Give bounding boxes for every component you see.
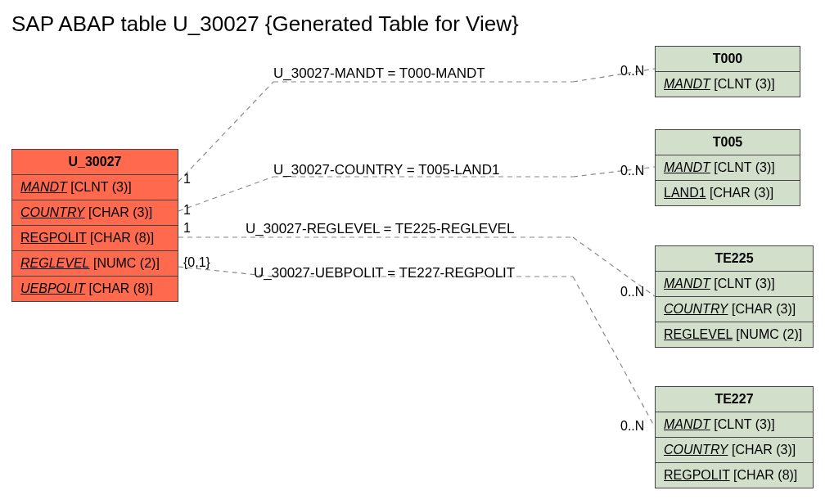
page-title: SAP ABAP table U_30027 {Generated Table … <box>11 11 519 37</box>
entity-u30027-header: U_30027 <box>12 150 178 175</box>
field-name: COUNTRY <box>20 205 85 219</box>
relation-label-3: U_30027-UEBPOLIT = TE227-REGPOLIT <box>254 265 515 281</box>
relation-label-0: U_30027-MANDT = T000-MANDT <box>273 65 485 82</box>
card-left-0: 1 <box>183 172 191 187</box>
entity-te227-field-regpolit: REGPOLIT [CHAR (8)] <box>656 463 813 488</box>
field-type: [NUMC (2)] <box>93 256 160 270</box>
card-right-1: 0..N <box>620 164 644 178</box>
entity-te225-field-mandt: MANDT [CLNT (3)] <box>656 272 813 297</box>
field-name: MANDT <box>664 77 710 91</box>
field-type: [CHAR (3)] <box>732 302 796 316</box>
entity-t005-field-land1: LAND1 [CHAR (3)] <box>656 181 800 205</box>
card-right-0: 0..N <box>620 64 644 79</box>
entity-u30027-field-uebpolit: UEBPOLIT [CHAR (8)] <box>12 277 178 301</box>
field-type: [CHAR (8)] <box>89 281 153 295</box>
field-name: REGLEVEL <box>20 256 89 270</box>
entity-t005-header: T005 <box>656 130 800 155</box>
card-left-2: 1 <box>183 221 191 236</box>
field-type: [CLNT (3)] <box>714 417 774 431</box>
field-type: [CHAR (3)] <box>88 205 152 219</box>
field-name: MANDT <box>664 160 710 174</box>
entity-te227-field-country: COUNTRY [CHAR (3)] <box>656 438 813 463</box>
entity-t000-field-mandt: MANDT [CLNT (3)] <box>656 72 800 97</box>
field-name: LAND1 <box>664 186 706 200</box>
field-name: MANDT <box>664 417 710 431</box>
field-type: [NUMC (2)] <box>736 327 802 341</box>
entity-u30027-field-regpolit: REGPOLIT [CHAR (8)] <box>12 226 178 251</box>
entity-t000-header: T000 <box>656 47 800 72</box>
field-name: REGPOLIT <box>664 468 730 482</box>
relation-label-2: U_30027-REGLEVEL = TE225-REGLEVEL <box>246 221 514 237</box>
svg-line-3 <box>178 177 273 211</box>
entity-t000: T000 MANDT [CLNT (3)] <box>655 46 800 97</box>
field-name: COUNTRY <box>664 443 728 457</box>
entity-u30027: U_30027 MANDT [CLNT (3)] COUNTRY [CHAR (… <box>11 149 178 302</box>
field-name: REGLEVEL <box>664 327 733 341</box>
entity-t005-field-mandt: MANDT [CLNT (3)] <box>656 155 800 181</box>
entity-te225-field-reglevel: REGLEVEL [NUMC (2)] <box>656 322 813 347</box>
card-left-1: 1 <box>183 203 191 218</box>
card-left-3: {0,1} <box>183 255 210 270</box>
field-name: UEBPOLIT <box>20 281 85 295</box>
field-type: [CLNT (3)] <box>714 77 774 91</box>
field-type: [CLNT (3)] <box>714 277 774 290</box>
entity-u30027-field-country: COUNTRY [CHAR (3)] <box>12 200 178 226</box>
field-name: COUNTRY <box>664 302 728 316</box>
field-type: [CLNT (3)] <box>70 180 131 194</box>
entity-te227-header: TE227 <box>656 387 813 412</box>
card-right-2: 0..N <box>620 285 644 299</box>
field-name: MANDT <box>20 180 67 194</box>
field-name: REGPOLIT <box>20 231 87 245</box>
relation-label-1: U_30027-COUNTRY = T005-LAND1 <box>273 162 499 178</box>
field-type: [CHAR (3)] <box>710 186 773 200</box>
entity-u30027-field-mandt: MANDT [CLNT (3)] <box>12 175 178 200</box>
entity-t005: T005 MANDT [CLNT (3)] LAND1 [CHAR (3)] <box>655 129 800 206</box>
entity-u30027-field-reglevel: REGLEVEL [NUMC (2)] <box>12 251 178 277</box>
card-right-3: 0..N <box>620 419 644 434</box>
field-name: MANDT <box>664 277 710 290</box>
field-type: [CHAR (8)] <box>733 468 797 482</box>
entity-te227-field-mandt: MANDT [CLNT (3)] <box>656 412 813 438</box>
entity-te225: TE225 MANDT [CLNT (3)] COUNTRY [CHAR (3)… <box>655 245 814 348</box>
field-type: [CLNT (3)] <box>714 160 774 174</box>
field-type: [CHAR (8)] <box>90 231 154 245</box>
entity-te227: TE227 MANDT [CLNT (3)] COUNTRY [CHAR (3)… <box>655 386 814 488</box>
entity-te225-field-country: COUNTRY [CHAR (3)] <box>656 297 813 322</box>
entity-te225-header: TE225 <box>656 246 813 272</box>
svg-line-0 <box>178 82 273 182</box>
field-type: [CHAR (3)] <box>732 443 796 457</box>
